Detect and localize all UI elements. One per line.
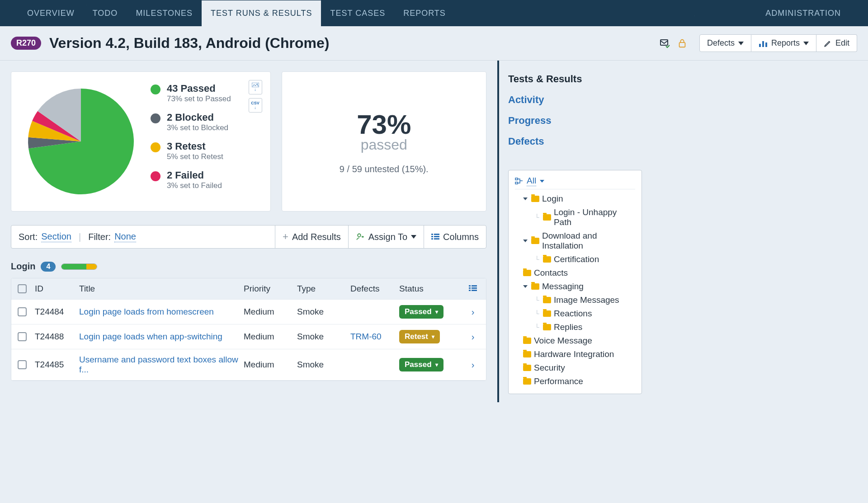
sidebar-link-progress[interactable]: Progress (508, 110, 642, 131)
cell-title[interactable]: Login page loads when app-switching (79, 332, 240, 342)
defects-dropdown[interactable]: Defects (699, 34, 751, 52)
tree-node[interactable]: └Replies (515, 320, 635, 334)
sort-link[interactable]: Section (41, 231, 71, 242)
row-checkbox[interactable] (18, 307, 27, 316)
folder-icon (523, 270, 531, 276)
sidebar-link-tests-results[interactable]: Tests & Results (508, 69, 642, 89)
nav-overview[interactable]: OVERVIEW (18, 0, 84, 26)
nav-milestones[interactable]: MILESTONES (127, 0, 202, 26)
col-id[interactable]: ID (35, 284, 75, 294)
columns-button[interactable]: Columns (424, 226, 486, 248)
page-header: R270 Version 4.2, Build 183, Android (Ch… (0, 26, 868, 61)
row-open-icon[interactable]: › (466, 307, 480, 317)
tree-icon (515, 178, 523, 185)
columns-icon (431, 234, 439, 240)
tree-node[interactable]: Voice Message (515, 334, 635, 348)
cell-priority: Medium (244, 307, 293, 317)
nav-administration[interactable]: ADMINISTRATION (756, 0, 850, 26)
status-chart-card: 43 Passed73% set to Passed2 Blocked3% se… (11, 71, 271, 212)
mail-check-icon[interactable] (660, 38, 670, 49)
select-all-checkbox[interactable] (18, 284, 27, 293)
status-dropdown[interactable]: Passed ▾ (399, 358, 443, 371)
folder-icon (523, 338, 531, 344)
assign-to-dropdown[interactable]: Assign To (348, 226, 424, 248)
svg-rect-19 (515, 178, 518, 180)
col-type[interactable]: Type (297, 284, 347, 294)
svg-rect-10 (434, 236, 439, 237)
svg-rect-15 (469, 287, 471, 289)
tree-node[interactable]: └Image Messages (515, 293, 635, 307)
tree-node[interactable]: Download and Installation (515, 229, 635, 253)
row-open-icon[interactable]: › (466, 332, 480, 342)
chevron-down-icon (738, 42, 744, 45)
cell-priority: Medium (244, 332, 293, 342)
svg-rect-8 (434, 234, 439, 235)
right-sidebar: Tests & ResultsActivityProgressDefects A… (497, 61, 651, 402)
results-toolbar: Sort: Section | Filter: None + Add Resul… (11, 225, 486, 249)
plus-icon: + (283, 231, 288, 243)
nav-testruns[interactable]: TEST RUNS & RESULTS (202, 0, 321, 26)
legend-item: 43 Passed73% set to Passed (151, 83, 259, 103)
cell-title[interactable]: Login page loads from homescreen (79, 307, 240, 317)
assign-icon (356, 232, 365, 241)
row-checkbox[interactable] (18, 332, 27, 341)
sidebar-link-defects[interactable]: Defects (508, 131, 642, 152)
tree-node[interactable]: Hardware Integration (515, 348, 635, 361)
section-count: 4 (41, 262, 56, 272)
tree-node[interactable]: └Certification (515, 253, 635, 266)
row-open-icon[interactable]: › (466, 360, 480, 370)
export-csv-button[interactable]: CSV↓ (249, 98, 262, 113)
status-dropdown[interactable]: Passed ▾ (399, 305, 443, 319)
bar-chart-icon (759, 39, 768, 47)
col-defects[interactable]: Defects (350, 284, 396, 294)
add-results-button[interactable]: + Add Results (275, 226, 348, 248)
export-image-button[interactable]: ↓ (249, 80, 262, 94)
svg-rect-1 (679, 42, 685, 47)
edit-button[interactable]: Edit (816, 34, 857, 52)
sort-filter-cell: Sort: Section | Filter: None (11, 226, 275, 248)
tree-node[interactable]: └Reactions (515, 307, 635, 320)
cell-defect[interactable]: TRM-60 (350, 332, 396, 342)
filter-link[interactable]: None (114, 231, 136, 242)
nav-reports[interactable]: REPORTS (394, 0, 455, 26)
tree-node[interactable]: Messaging (515, 280, 635, 293)
chevron-down-icon (803, 42, 809, 45)
legend-item: 3 Retest5% set to Retest (151, 141, 259, 161)
lock-icon[interactable] (677, 38, 688, 49)
svg-rect-4 (765, 42, 767, 47)
svg-rect-12 (434, 238, 439, 240)
tree-node[interactable]: Performance (515, 375, 635, 388)
folder-icon (543, 324, 551, 330)
tree-panel: All Login└Login - Unhappy PathDownload a… (508, 170, 642, 394)
svg-rect-5 (252, 83, 259, 87)
tree-node[interactable]: └Login - Unhappy Path (515, 206, 635, 229)
pass-label: passed (361, 136, 407, 153)
sidebar-link-activity[interactable]: Activity (508, 89, 642, 110)
col-title[interactable]: Title (79, 284, 240, 294)
status-dropdown[interactable]: Retest ▾ (399, 330, 440, 343)
pie-chart (22, 83, 140, 200)
tree-all-link[interactable]: All (527, 176, 536, 186)
grid-settings-icon[interactable] (466, 284, 480, 294)
reports-dropdown[interactable]: Reports (751, 34, 816, 52)
pencil-icon (824, 39, 832, 47)
tree-node[interactable]: Contacts (515, 266, 635, 280)
grid-row: T24485 Username and password text boxes … (11, 349, 486, 381)
caret-icon (523, 285, 528, 288)
svg-rect-2 (759, 44, 761, 47)
folder-icon (543, 256, 551, 263)
tree-node[interactable]: Security (515, 361, 635, 375)
row-checkbox[interactable] (18, 360, 27, 369)
pie-legend: 43 Passed73% set to Passed2 Blocked3% se… (151, 83, 259, 200)
pass-pct: 73% (357, 109, 411, 140)
cell-title[interactable]: Username and password text boxes allow f… (79, 355, 240, 375)
nav-todo[interactable]: TODO (84, 0, 127, 26)
pass-sub: 9 / 59 untested (15%). (340, 164, 429, 174)
col-status[interactable]: Status (399, 284, 462, 294)
header-buttons: Defects Reports Edit (699, 34, 857, 52)
grid-row: T24484 Login page loads from homescreen … (11, 300, 486, 324)
grid-header: ID Title Priority Type Defects Status (11, 278, 486, 300)
tree-node[interactable]: Login (515, 192, 635, 206)
col-priority[interactable]: Priority (244, 284, 293, 294)
nav-testcases[interactable]: TEST CASES (321, 0, 394, 26)
